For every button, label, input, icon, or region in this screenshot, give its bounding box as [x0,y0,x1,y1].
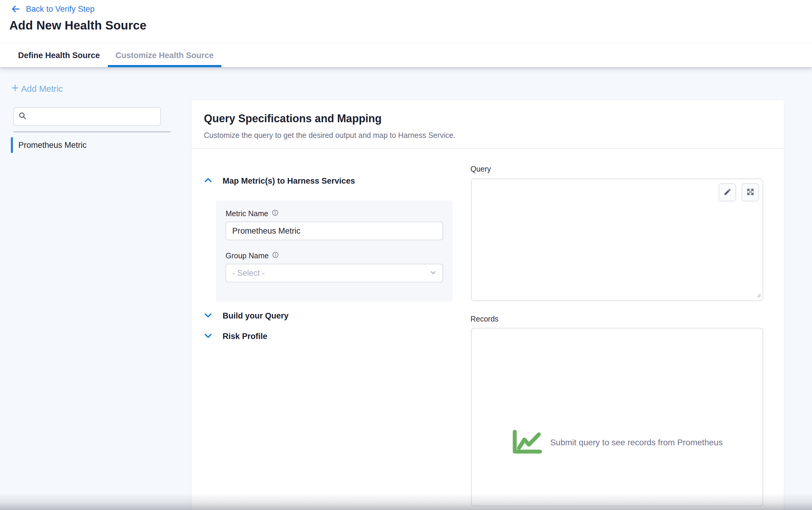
section-map-metrics-title: Map Metric(s) to Harness Services [223,176,355,186]
metric-name-label: Metric Name [226,209,268,218]
add-health-source-page: Back to Verify Step Add New Health Sourc… [0,0,812,510]
add-metric-button[interactable]: Add Metric [11,84,63,94]
back-to-verify-step-link[interactable]: Back to Verify Step [11,4,94,14]
search-icon [18,111,27,122]
textarea-resize-handle[interactable] [755,292,761,299]
add-metric-label: Add Metric [21,84,63,94]
records-empty-message: Submit query to see records from Prometh… [550,438,723,447]
metric-search-input[interactable] [30,108,160,125]
page-header: Back to Verify Step Add New Health Sourc… [0,0,812,44]
back-link-label: Back to Verify Step [26,4,94,14]
query-label: Query [470,165,491,173]
back-arrow-icon [11,4,21,14]
pencil-icon [723,188,732,197]
selected-indicator-bar [11,137,13,153]
metric-name-input[interactable] [226,221,443,240]
query-actions [719,183,759,202]
tab-customize-health-source[interactable]: Customize Health Source [108,44,222,67]
records-empty-state: Submit query to see records from Prometh… [512,429,723,456]
content-area: Add Metric Prometheus Metric Query Speci… [0,67,812,510]
edit-query-button[interactable] [719,183,736,202]
sidebar-item-prometheus-metric[interactable]: Prometheus Metric [11,136,171,154]
metric-name-label-row: Metric Name [226,209,279,218]
chevron-down-icon [203,310,213,321]
metric-search-box [13,107,161,126]
chevron-up-icon [203,176,213,186]
query-editor-box [471,179,763,301]
info-icon[interactable] [272,251,279,261]
expand-query-button[interactable] [742,183,759,202]
records-box: Submit query to see records from Prometh… [471,328,763,506]
chevron-down-icon [429,269,437,277]
group-name-label: Group Name [226,251,269,260]
query-specifications-card: Query Specifications and Mapping Customi… [191,99,784,510]
line-chart-icon [512,429,543,456]
group-name-placeholder: - Select - [232,269,265,278]
section-build-query-header[interactable]: Build your Query [203,310,289,321]
records-label: Records [470,314,498,323]
section-map-metrics-header[interactable]: Map Metric(s) to Harness Services [203,176,355,186]
chevron-down-icon [203,331,213,342]
group-name-label-row: Group Name [226,251,279,261]
health-source-tabbar: Define Health Source Customize Health So… [0,44,812,67]
expand-icon [746,188,754,197]
tab-define-health-source[interactable]: Define Health Source [10,44,108,67]
info-icon[interactable] [271,209,279,218]
section-risk-profile-header[interactable]: Risk Profile [203,331,267,342]
sidebar-divider [13,131,171,132]
card-title: Query Specifications and Mapping [204,112,382,125]
plus-icon [11,84,19,94]
card-subtitle: Customize the query to get the desired o… [204,131,455,140]
page-title: Add New Health Source [9,19,146,32]
section-build-query-title: Build your Query [223,311,289,321]
group-name-select[interactable]: - Select - [226,264,443,282]
map-metrics-form-panel: Metric Name Group Name [216,201,453,302]
section-risk-profile-title: Risk Profile [223,332,267,341]
metric-item-label: Prometheus Metric [18,141,87,150]
card-header-divider [191,148,784,149]
